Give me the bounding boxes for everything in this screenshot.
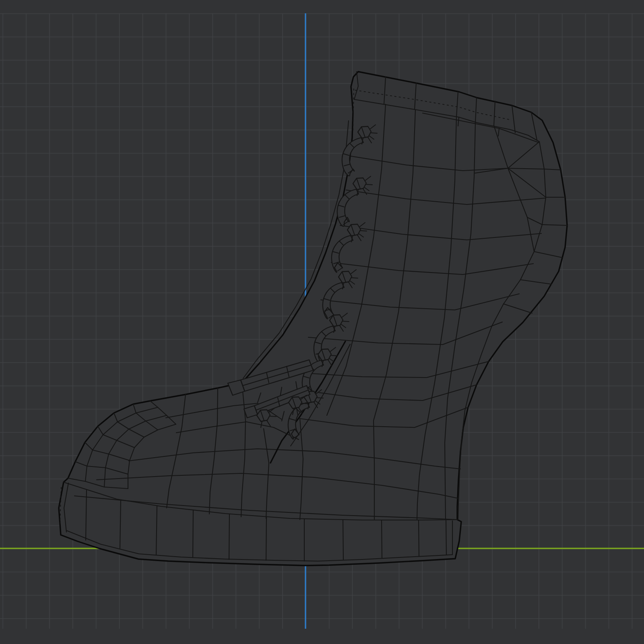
viewport-3d[interactable] (0, 0, 644, 644)
viewport-canvas[interactable] (0, 0, 644, 644)
